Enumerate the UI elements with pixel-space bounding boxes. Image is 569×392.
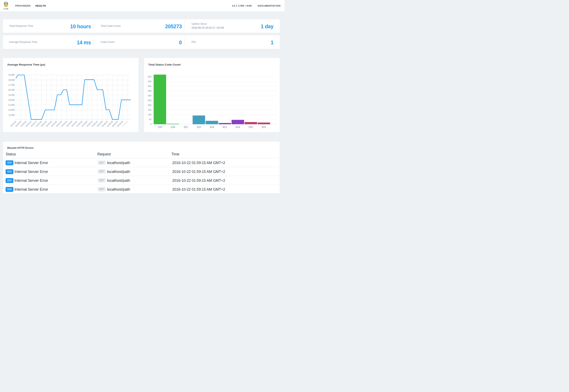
svg-text:11,000: 11,000 (8, 114, 15, 116)
svg-text:150: 150 (148, 109, 151, 111)
svg-text:300: 300 (148, 95, 151, 97)
svg-text:350: 350 (148, 90, 151, 92)
svg-text:302: 302 (197, 126, 201, 129)
svg-text:17,000: 17,000 (8, 84, 15, 86)
svg-text:15,000: 15,000 (8, 94, 15, 96)
svg-text:12,000: 12,000 (8, 109, 15, 111)
svg-text:250: 250 (148, 99, 151, 102)
svg-text:503: 503 (262, 126, 266, 129)
svg-text:200: 200 (148, 104, 151, 106)
svg-text:301: 301 (184, 126, 188, 129)
svg-text:100: 100 (148, 113, 151, 116)
svg-text:400: 400 (148, 85, 151, 87)
svg-text:50: 50 (149, 118, 152, 121)
svg-text:19,000: 19,000 (8, 74, 15, 76)
svg-text:14,000: 14,000 (8, 99, 15, 101)
svg-text:500: 500 (148, 76, 151, 78)
svg-text:401: 401 (223, 126, 227, 129)
svg-text:18,000: 18,000 (8, 79, 15, 81)
svg-text:206: 206 (171, 126, 175, 129)
svg-text:13,000: 13,000 (8, 104, 15, 106)
svg-text:500: 500 (249, 126, 253, 129)
svg-text:450: 450 (148, 80, 151, 83)
svg-text:200: 200 (158, 126, 162, 129)
svg-text:0: 0 (150, 123, 151, 125)
svg-text:16,000: 16,000 (8, 89, 15, 91)
svg-text:304: 304 (210, 126, 214, 129)
svg-text:404: 404 (236, 126, 240, 129)
